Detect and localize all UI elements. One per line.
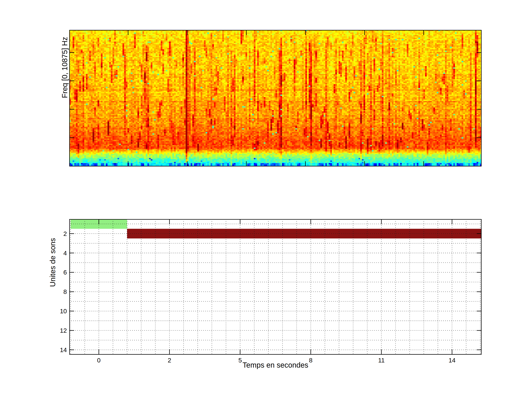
spectrogram-plot [69, 30, 481, 166]
matlab-figure: { "figure": { "background": "#ffffff", "… [0, 0, 532, 399]
y-tick-label-14: 14 [43, 346, 67, 354]
x-tick-label-11: 11 [370, 356, 393, 364]
x-tick-label-14: 14 [441, 356, 463, 364]
y-tick-label-8: 8 [43, 288, 67, 296]
axis-ticks [69, 219, 481, 355]
axes-border [70, 219, 481, 355]
spectrogram-image [69, 30, 481, 166]
x-tick-label-0: 0 [88, 356, 110, 364]
x-axis-label: Temps en secondes [183, 361, 368, 369]
y-tick-label-10: 10 [43, 307, 67, 315]
x-tick-label-2: 2 [158, 356, 180, 364]
grid-lines [69, 219, 481, 355]
x-axis-label-text: Temps en secondes [242, 361, 308, 369]
y-tick-label-2: 2 [43, 230, 67, 238]
sound-units-chart [69, 219, 481, 355]
segment-bar-row2 [127, 229, 481, 238]
y-tick-label-12: 12 [43, 326, 67, 335]
sound-units-plot [69, 219, 481, 355]
